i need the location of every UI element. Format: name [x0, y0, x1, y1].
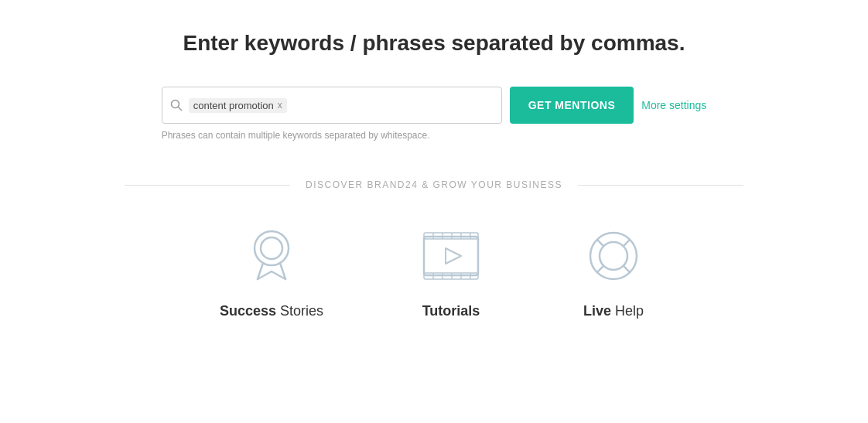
video-icon	[416, 221, 486, 291]
more-settings-link[interactable]: More settings	[641, 99, 706, 111]
success-stories-regular: Stories	[276, 303, 323, 319]
divider-text: DISCOVER BRAND24 & GROW YOUR BUSINESS	[290, 179, 578, 190]
tutorials-bold: Tutorials	[422, 303, 480, 319]
svg-line-27	[624, 266, 630, 273]
page-title: Enter keywords / phrases separated by co…	[183, 31, 685, 56]
svg-line-26	[596, 266, 603, 273]
svg-point-2	[255, 231, 289, 265]
success-stories-card[interactable]: Success Stories	[220, 221, 323, 319]
svg-line-25	[624, 239, 630, 246]
cards-section: Success Stories	[0, 221, 868, 350]
tutorials-card[interactable]: Tutorials	[416, 221, 486, 319]
svg-marker-21	[446, 248, 461, 264]
live-help-label: Live Help	[583, 303, 644, 319]
success-stories-bold: Success	[220, 303, 276, 319]
svg-point-23	[600, 242, 627, 270]
live-help-card[interactable]: Live Help	[579, 221, 648, 319]
get-mentions-button[interactable]: GET MENTIONS	[510, 87, 634, 124]
search-section: content promotion x GET MENTIONS More se…	[162, 87, 707, 124]
search-area: content promotion x GET MENTIONS More se…	[162, 87, 707, 141]
tag-container: content promotion x	[189, 98, 494, 113]
live-help-bold: Live	[583, 303, 611, 319]
keyword-tag[interactable]: content promotion x	[189, 98, 287, 113]
divider-line-right	[578, 185, 743, 186]
tag-text: content promotion	[193, 100, 274, 111]
search-icon	[170, 99, 183, 111]
success-stories-label: Success Stories	[220, 303, 323, 319]
tag-remove-button[interactable]: x	[278, 101, 282, 110]
divider-line-left	[125, 185, 290, 186]
svg-line-24	[596, 239, 603, 246]
svg-point-3	[261, 237, 282, 259]
svg-line-1	[178, 107, 181, 111]
svg-rect-8	[424, 237, 478, 275]
tutorials-label: Tutorials	[422, 303, 480, 319]
live-help-regular: Help	[611, 303, 644, 319]
lifesaver-icon	[579, 221, 648, 291]
award-icon	[237, 221, 306, 291]
main-content: Enter keywords / phrases separated by co…	[0, 0, 868, 350]
divider-section: DISCOVER BRAND24 & GROW YOUR BUSINESS	[125, 179, 743, 190]
search-input-wrapper[interactable]: content promotion x	[162, 87, 502, 124]
hint-text: Phrases can contain multiple keywords se…	[162, 130, 430, 141]
